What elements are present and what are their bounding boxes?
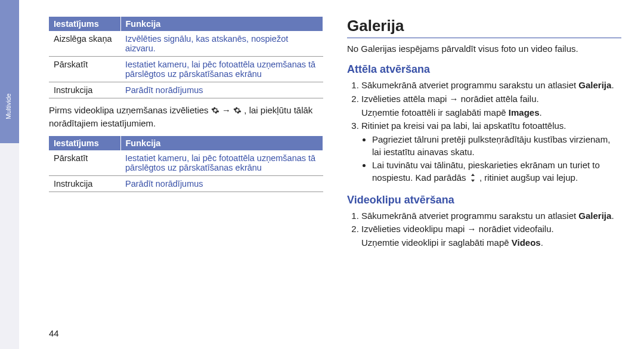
settings-table-2: Iestatījums Funkcija Pārskatīt Iestatiet… — [49, 136, 323, 192]
table2-header-function: Funkcija — [120, 136, 323, 150]
table1-row3-func: Parādīt norādījumus — [120, 82, 323, 98]
table2-row1-label: Pārskatīt — [49, 150, 120, 176]
table2-header-setting: Iestatījums — [49, 136, 120, 150]
side-section-label: Multivide — [5, 94, 12, 119]
table1-row1-label: Aizslēga skaņa — [49, 31, 120, 57]
step2-note-b: Images — [509, 107, 540, 118]
step1a: Sākumekrānā atveriet programmu sarakstu … — [361, 80, 578, 90]
image-open-steps: Sākumekrānā atveriet programmu sarakstu … — [361, 79, 621, 186]
list-item: Sākumekrānā atveriet programmu sarakstu … — [361, 79, 621, 92]
vstep1b: Galerija — [578, 211, 611, 221]
table1-header-function: Funkcija — [120, 17, 323, 31]
vstep2: Izvēlieties videoklipu mapi → norādiet v… — [361, 224, 554, 234]
table1-row1-func: Izvēlēties signālu, kas atskanēs, nospie… — [120, 31, 323, 57]
list-item: Lai tuvinātu vai tālinātu, pieskarieties… — [372, 159, 621, 185]
zoom-arrows-icon — [470, 173, 476, 186]
table1-row2-func: Iestatiet kameru, lai pēc fotoattēla uzņ… — [120, 57, 323, 82]
vstep1a: Sākumekrānā atveriet programmu sarakstu … — [361, 211, 578, 221]
vstep2-note: Uzņemtie videoklipi ir saglabāti mapē Vi… — [361, 237, 621, 249]
list-item: Pagrieziet tālruni pretēji pulksteņrādīt… — [372, 134, 621, 158]
page-content: Iestatījums Funkcija Aizslēga skaņa Izvē… — [49, 17, 621, 258]
gear-icon — [233, 106, 242, 118]
video-open-steps: Sākumekrānā atveriet programmu sarakstu … — [361, 210, 621, 249]
subheading-image-open: Attēla atvēršana — [347, 63, 621, 76]
left-column: Iestatījums Funkcija Aizslēga skaņa Izvē… — [49, 17, 323, 258]
list-item: Ritiniet pa kreisi vai pa labi, lai apsk… — [361, 120, 621, 185]
gallery-intro: No Galerijas iespējams pārvaldīt visus f… — [347, 43, 621, 55]
list-item: Izvēlieties videoklipu mapi → norādiet v… — [361, 223, 621, 249]
between-mid: → — [222, 105, 233, 115]
side-tab-fill — [0, 0, 19, 143]
table-row: Instrukcija Parādīt norādījumus — [49, 175, 323, 192]
table2-row2-func: Parādīt norādījumus — [120, 175, 323, 192]
step1c: . — [611, 80, 614, 90]
page-title: Galerija — [347, 17, 621, 38]
table-row: Pārskatīt Iestatiet kameru, lai pēc foto… — [49, 150, 323, 176]
step2: Izvēlieties attēla mapi → norādiet attēl… — [361, 94, 539, 104]
table1-row2-label: Pārskatīt — [49, 57, 120, 82]
list-item: Izvēlieties attēla mapi → norādiet attēl… — [361, 93, 621, 119]
table1-header-setting: Iestatījums — [49, 17, 120, 31]
page-number: 44 — [49, 328, 59, 338]
table1-row3-label: Instrukcija — [49, 82, 120, 98]
subheading-video-open: Videoklipu atvēršana — [347, 194, 621, 206]
right-column: Galerija No Galerijas iespējams pārvaldī… — [347, 17, 621, 258]
table-row: Aizslēga skaņa Izvēlēties signālu, kas a… — [49, 31, 323, 57]
table2-row2-label: Instrukcija — [49, 175, 120, 192]
bullet2b: , ritiniet augšup vai lejup. — [479, 172, 578, 183]
settings-table-1: Iestatījums Funkcija Aizslēga skaņa Izvē… — [49, 17, 323, 98]
vstep2-note-b: Videos — [512, 237, 541, 248]
step3-bullets: Pagrieziet tālruni pretēji pulksteņrādīt… — [372, 134, 621, 186]
table2-row1-func: Iestatiet kameru, lai pēc fotoattēla uzņ… — [120, 150, 323, 176]
table-row: Pārskatīt Iestatiet kameru, lai pēc foto… — [49, 57, 323, 82]
step2-note: Uzņemtie fotoattēli ir saglabāti mapē Im… — [361, 107, 621, 119]
step2-note-a: Uzņemtie fotoattēli ir saglabāti mapē — [361, 107, 509, 118]
side-tab-background: Multivide — [0, 0, 19, 349]
vstep1c: . — [611, 211, 614, 221]
table-row: Instrukcija Parādīt norādījumus — [49, 82, 323, 98]
step1b: Galerija — [578, 80, 611, 90]
step3: Ritiniet pa kreisi vai pa labi, lai apsk… — [361, 121, 566, 131]
between-tables-text: Pirms videoklipa uzņemšanas izvēlieties … — [49, 104, 323, 130]
vstep2-note-a: Uzņemtie videoklipi ir saglabāti mapē — [361, 237, 512, 248]
gear-icon — [211, 106, 219, 118]
list-item: Sākumekrānā atveriet programmu sarakstu … — [361, 210, 621, 223]
step2-note-c: . — [540, 107, 542, 118]
between-pre: Pirms videoklipa uzņemšanas izvēlieties — [49, 105, 211, 115]
vstep2-note-c: . — [541, 237, 543, 248]
